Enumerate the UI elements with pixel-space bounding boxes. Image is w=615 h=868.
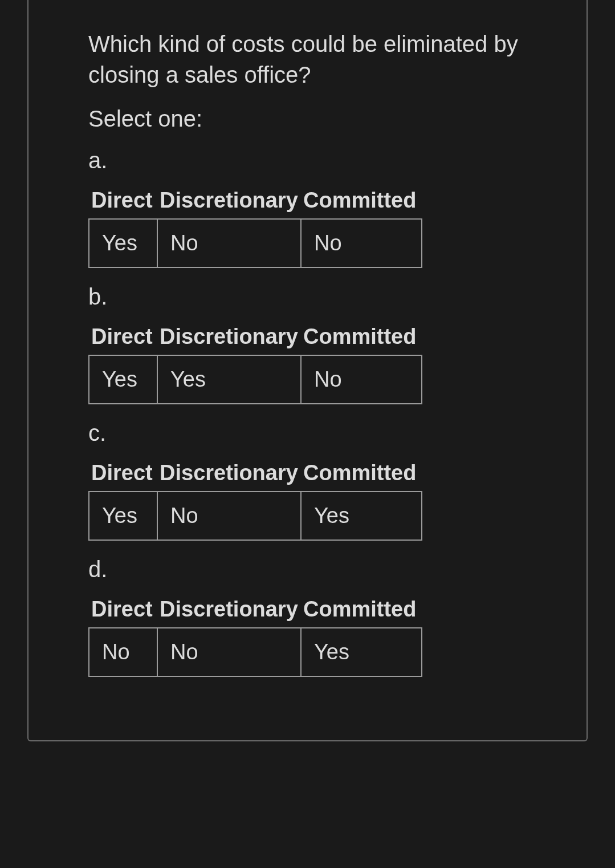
header-committed: Committed xyxy=(301,595,422,628)
header-direct: Direct xyxy=(89,459,157,492)
cell-direct: Yes xyxy=(89,355,157,404)
question-frame: Which kind of costs could be eliminated … xyxy=(27,0,588,741)
option-label: d. xyxy=(88,557,527,582)
option-label: a. xyxy=(88,148,527,173)
option-c[interactable]: c. Direct Discretionary Committed Yes No… xyxy=(88,420,527,541)
table-row: Yes No No xyxy=(89,219,422,267)
header-discretionary: Discretionary xyxy=(157,186,301,219)
header-discretionary: Discretionary xyxy=(157,322,301,355)
select-one-label: Select one: xyxy=(88,106,527,132)
header-direct: Direct xyxy=(89,595,157,628)
cell-committed: Yes xyxy=(301,492,422,540)
header-committed: Committed xyxy=(301,186,422,219)
option-b[interactable]: b. Direct Discretionary Committed Yes Ye… xyxy=(88,284,527,404)
cell-discretionary: No xyxy=(157,492,301,540)
table-header-row: Direct Discretionary Committed xyxy=(89,459,422,492)
header-committed: Committed xyxy=(301,459,422,492)
option-label: b. xyxy=(88,284,527,310)
option-b-table: Direct Discretionary Committed Yes Yes N… xyxy=(88,322,422,404)
option-label: c. xyxy=(88,420,527,446)
cell-direct: Yes xyxy=(89,219,157,267)
header-direct: Direct xyxy=(89,322,157,355)
header-discretionary: Discretionary xyxy=(157,595,301,628)
option-d-table: Direct Discretionary Committed No No Yes xyxy=(88,595,422,677)
table-row: Yes No Yes xyxy=(89,492,422,540)
question-text: Which kind of costs could be eliminated … xyxy=(88,29,527,90)
header-direct: Direct xyxy=(89,186,157,219)
table-header-row: Direct Discretionary Committed xyxy=(89,186,422,219)
table-row: No No Yes xyxy=(89,628,422,676)
cell-discretionary: Yes xyxy=(157,355,301,404)
option-a[interactable]: a. Direct Discretionary Committed Yes No… xyxy=(88,148,527,268)
option-d[interactable]: d. Direct Discretionary Committed No No … xyxy=(88,557,527,677)
header-discretionary: Discretionary xyxy=(157,459,301,492)
cell-committed: No xyxy=(301,219,422,267)
cell-committed: Yes xyxy=(301,628,422,676)
cell-discretionary: No xyxy=(157,628,301,676)
option-a-table: Direct Discretionary Committed Yes No No xyxy=(88,186,422,268)
table-header-row: Direct Discretionary Committed xyxy=(89,322,422,355)
cell-discretionary: No xyxy=(157,219,301,267)
cell-committed: No xyxy=(301,355,422,404)
option-c-table: Direct Discretionary Committed Yes No Ye… xyxy=(88,459,422,541)
header-committed: Committed xyxy=(301,322,422,355)
cell-direct: No xyxy=(89,628,157,676)
table-header-row: Direct Discretionary Committed xyxy=(89,595,422,628)
table-row: Yes Yes No xyxy=(89,355,422,404)
cell-direct: Yes xyxy=(89,492,157,540)
